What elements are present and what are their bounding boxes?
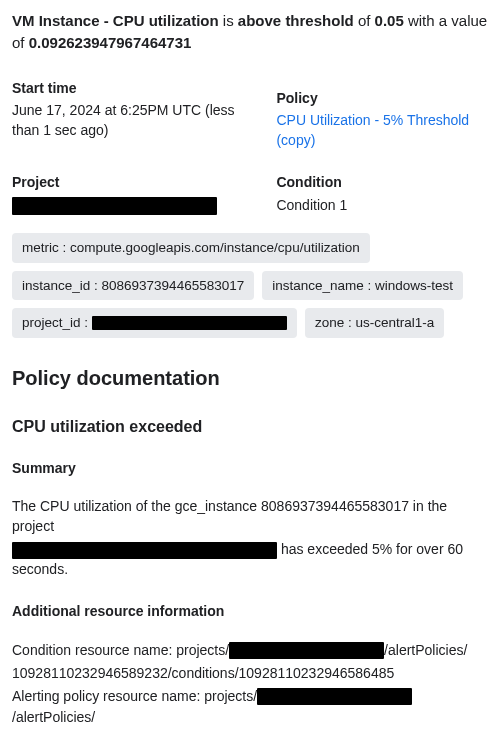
start-time-value: June 17, 2024 at 6:25PM UTC (less than 1… — [12, 100, 256, 141]
chip-project-id-redacted — [92, 316, 287, 330]
doc-subheading: CPU utilization exceeded — [12, 415, 489, 438]
condition-label: Condition — [276, 172, 489, 192]
label-chips: metric : compute.googleapis.com/instance… — [12, 233, 489, 338]
chip-metric: metric : compute.googleapis.com/instance… — [12, 233, 370, 263]
project-value-redacted — [12, 197, 217, 215]
resource-info-heading: Additional resource information — [12, 601, 489, 621]
chip-instance-name: instance_name : windows-test — [262, 271, 463, 301]
chip-project-id: project_id : — [12, 308, 297, 338]
title-metric: VM Instance - CPU utilization — [12, 12, 219, 29]
title-value: 0.092623947967464731 — [29, 34, 192, 51]
alerting-policy-resource-name: Alerting policy resource name: projects/… — [12, 686, 489, 728]
alert-title: VM Instance - CPU utilization is above t… — [12, 10, 489, 54]
chip-instance-id: instance_id : 8086937394465583017 — [12, 271, 254, 301]
title-state: above threshold — [238, 12, 354, 29]
condition-project-redacted — [229, 642, 384, 659]
condition-resource-name: Condition resource name: projects//alert… — [12, 640, 489, 661]
policy-documentation-heading: Policy documentation — [12, 364, 489, 393]
project-label: Project — [12, 172, 256, 192]
summary-text: The CPU utilization of the gce_instance … — [12, 496, 489, 537]
summary-project-redacted — [12, 542, 277, 559]
policy-link[interactable]: CPU Utilization - 5% Threshold (copy) — [276, 112, 469, 148]
chip-zone: zone : us-central1-a — [305, 308, 444, 338]
condition-value: Condition 1 — [276, 195, 489, 215]
start-time-label: Start time — [12, 78, 256, 98]
summary-heading: Summary — [12, 458, 489, 478]
title-threshold: 0.05 — [375, 12, 404, 29]
policy-project-redacted — [257, 688, 412, 705]
policy-label: Policy — [276, 88, 489, 108]
